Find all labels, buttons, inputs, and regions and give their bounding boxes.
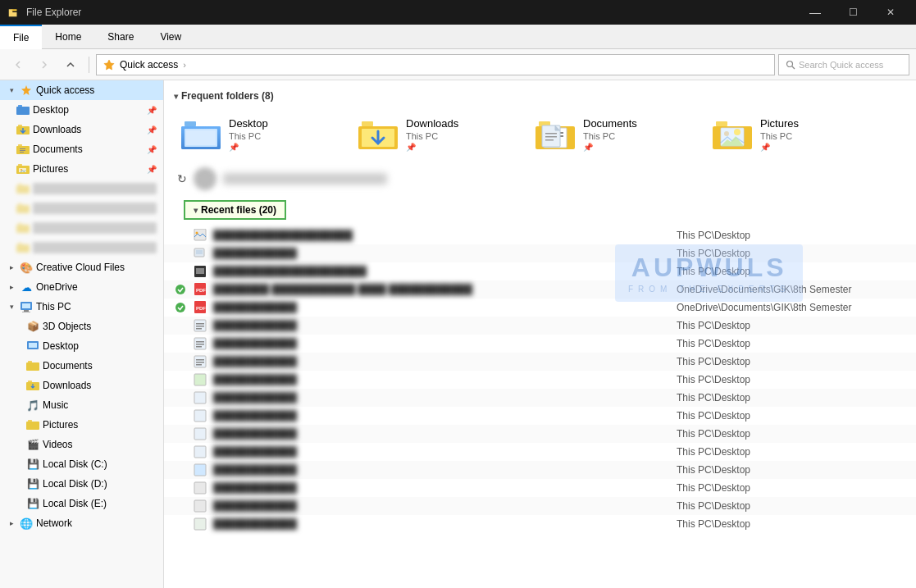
svg-text:PDF: PDF (196, 306, 206, 311)
downloads-folder-info: Downloads This PC 📌 (406, 117, 458, 152)
file-row[interactable]: ████████████████████ This PC\Desktop (164, 226, 916, 244)
downloads-folder-name: Downloads (406, 117, 458, 130)
sidebar-label-pictures: Pictures (33, 163, 144, 175)
close-button[interactable]: ✕ (872, 0, 909, 25)
sidebar-label-documents2: Documents (43, 360, 157, 371)
forward-button[interactable] (33, 53, 56, 76)
file-location-15: This PC\Desktop (677, 482, 906, 494)
sidebar-item-blurred2[interactable]: ██████ (0, 198, 163, 218)
address-bar[interactable]: Quick access › (96, 54, 775, 75)
folder-card-desktop[interactable]: Desktop This PC 📌 (174, 112, 338, 157)
sidebar-label-quick-access: Quick access (36, 84, 157, 96)
documents-folder-name: Documents (583, 117, 637, 130)
file-row[interactable]: ████████████ This PC\Desktop (164, 497, 916, 515)
file-location-7: This PC\Desktop (677, 338, 906, 349)
file-row[interactable]: ████████████ This PC\Desktop (164, 335, 916, 353)
svg-rect-22 (16, 205, 30, 213)
svg-rect-1 (9, 12, 17, 16)
title-bar-text: File Explorer (26, 7, 81, 18)
sidebar-item-pictures[interactable]: Pictures 📌 (0, 159, 163, 179)
file-row[interactable]: ████████████ This PC\Desktop (164, 479, 916, 497)
expand-arrow-quick-access: ▾ (7, 85, 16, 95)
file-row[interactable]: ████████████ This PC\Desktop (164, 443, 916, 461)
svg-rect-57 (545, 139, 554, 141)
sidebar-item-videos[interactable]: 🎬 Videos (0, 435, 163, 454)
file-name-6: ████████████ (213, 320, 672, 331)
file-row[interactable]: PDF ████████████ OneDrive\Documents\GIK\… (164, 299, 916, 317)
svg-rect-69 (196, 268, 204, 274)
sidebar-item-this-pc[interactable]: ▾ This PC (0, 297, 163, 317)
svg-rect-35 (28, 361, 32, 362)
documents-folder-path: This PC (583, 131, 637, 141)
menu-tab-share[interactable]: Share (94, 25, 147, 49)
file-status-synced-4 (174, 283, 187, 296)
file-row[interactable]: ████████████ This PC\Desktop (164, 244, 916, 262)
menu-tab-home[interactable]: Home (42, 25, 94, 49)
svg-rect-93 (194, 464, 206, 476)
sidebar-item-local-c[interactable]: 💾 Local Disk (C:) (0, 454, 163, 474)
expand-arrow-cc: ▸ (7, 262, 16, 272)
title-bar-icons: File Explorer (7, 6, 81, 19)
sidebar-item-pictures2[interactable]: Pictures (0, 415, 163, 435)
svg-rect-78 (196, 326, 204, 327)
file-row[interactable]: ████████████ This PC\Desktop (164, 317, 916, 335)
menu-tab-file[interactable]: File (0, 25, 42, 49)
sidebar-item-3d-objects[interactable]: 📦 3D Objects (0, 317, 163, 336)
file-row[interactable]: ████████████ This PC\Desktop (164, 353, 916, 371)
search-icon (786, 60, 795, 70)
title-bar-controls: — ☐ ✕ (796, 0, 909, 25)
folder-card-downloads[interactable]: Downloads This PC 📌 (351, 112, 515, 157)
sidebar-item-blurred1[interactable]: ██████ (0, 179, 163, 198)
desktop-folder-info: Desktop This PC 📌 (229, 117, 268, 152)
downloads-folder-pin: 📌 (406, 143, 458, 152)
sidebar-item-desktop[interactable]: Desktop 📌 (0, 100, 163, 120)
sidebar-label-network: Network (36, 517, 157, 529)
documents-folder-info: Documents This PC 📌 (583, 117, 637, 152)
file-row[interactable]: ████████████ This PC\Desktop (164, 461, 916, 479)
sidebar-item-onedrive[interactable]: ▸ ☁ OneDrive (0, 277, 163, 297)
frequent-folders-header[interactable]: ▾ Frequent folders (8) (164, 87, 916, 105)
minimize-button[interactable]: — (796, 0, 834, 25)
recent-files-chevron: ▾ (194, 206, 198, 215)
folder-card-documents[interactable]: Documents This PC 📌 (528, 112, 692, 157)
search-placeholder: Search Quick access (799, 60, 883, 70)
file-row[interactable]: ████████████ This PC\Desktop (164, 515, 916, 533)
menu-tab-view[interactable]: View (147, 25, 194, 49)
file-row[interactable]: ████████████ This PC\Desktop (164, 425, 916, 443)
sidebar-item-music[interactable]: 🎵 Music (0, 395, 163, 415)
file-location-17: This PC\Desktop (677, 518, 906, 530)
sidebar-item-downloads[interactable]: Downloads 📌 (0, 120, 163, 139)
quick-access-icon (103, 59, 115, 71)
sidebar-item-downloads2[interactable]: Downloads (0, 376, 163, 395)
sidebar-item-quick-access[interactable]: ▾ Quick access (0, 80, 163, 100)
sidebar-item-blurred3[interactable]: ████████████ (0, 218, 163, 238)
svg-rect-29 (22, 303, 30, 308)
maximize-button[interactable]: ☐ (834, 0, 872, 25)
file-name-10: ████████████ (213, 392, 672, 403)
sidebar-label-3d-objects: 3D Objects (43, 321, 157, 332)
sidebar-item-desktop2[interactable]: Desktop (0, 336, 163, 356)
quick-access-star-icon (20, 84, 33, 97)
up-button[interactable] (59, 53, 82, 76)
svg-rect-10 (18, 125, 22, 126)
search-bar[interactable]: Search Quick access (778, 54, 909, 75)
sidebar-item-creative-cloud[interactable]: ▸ 🎨 Creative Cloud Files (0, 258, 163, 277)
sidebar-item-blurred4[interactable]: ████████████ (0, 238, 163, 258)
file-row[interactable]: ██████████████████████ This PC\Desktop (164, 262, 916, 280)
file-row[interactable]: ████████████ This PC\Desktop (164, 389, 916, 407)
svg-rect-8 (18, 105, 22, 107)
file-row[interactable]: ████████████ This PC\Desktop (164, 407, 916, 425)
file-location-16: This PC\Desktop (677, 500, 906, 512)
folder-card-pictures[interactable]: Pictures This PC 📌 (705, 112, 869, 157)
svg-rect-33 (29, 343, 37, 348)
sidebar-item-documents[interactable]: Documents 📌 (0, 139, 163, 159)
documents2-icon (26, 359, 39, 372)
file-row[interactable]: ████████████ This PC\Desktop (164, 371, 916, 389)
recent-files-header[interactable]: ▾ Recent files (20) (184, 200, 286, 220)
sidebar-item-network[interactable]: ▸ 🌐 Network (0, 513, 163, 533)
sidebar-item-local-d[interactable]: 💾 Local Disk (D:) (0, 474, 163, 494)
back-button[interactable] (7, 53, 30, 76)
sidebar-item-local-e[interactable]: 💾 Local Disk (E:) (0, 494, 163, 513)
sidebar-item-documents2[interactable]: Documents (0, 356, 163, 376)
file-row[interactable]: PDF ████████ ████████████ ████ █████████… (164, 280, 916, 299)
